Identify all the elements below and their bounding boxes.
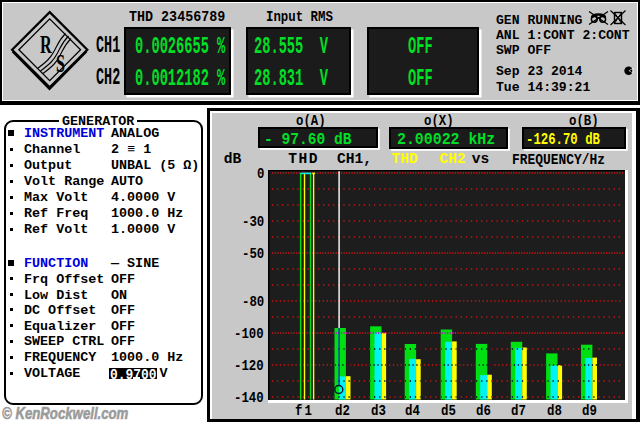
svg-text:S: S xyxy=(56,50,65,76)
svg-text:R: R xyxy=(40,32,52,58)
